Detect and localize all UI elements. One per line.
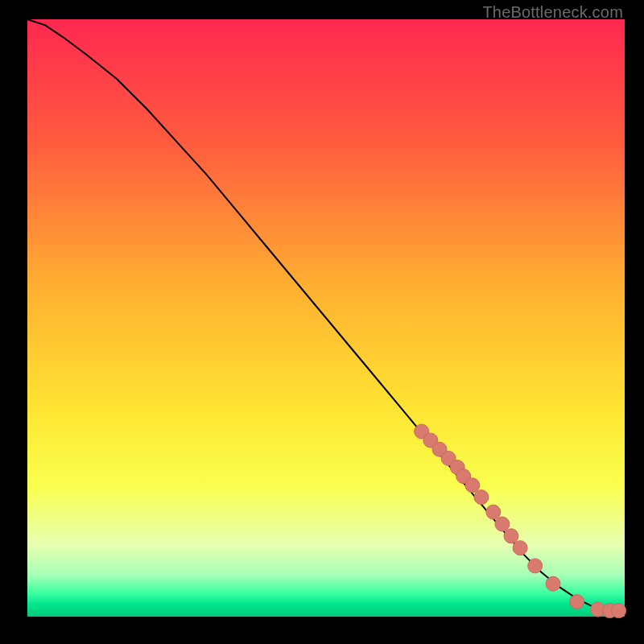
data-point	[474, 490, 489, 505]
data-point	[546, 576, 560, 591]
chart-svg	[27, 19, 625, 617]
bottleneck-curve	[27, 19, 625, 611]
data-point	[486, 505, 501, 519]
plot-area	[27, 19, 625, 617]
data-point	[612, 604, 626, 618]
data-point	[513, 541, 527, 555]
data-point	[528, 559, 543, 573]
chart-frame: TheBottleneck.com	[0, 0, 644, 644]
data-point	[504, 529, 518, 543]
data-point	[495, 517, 510, 531]
data-point	[465, 478, 480, 493]
data-point	[570, 595, 584, 609]
watermark-text: TheBottleneck.com	[482, 3, 623, 22]
highlighted-points-group	[415, 424, 626, 618]
